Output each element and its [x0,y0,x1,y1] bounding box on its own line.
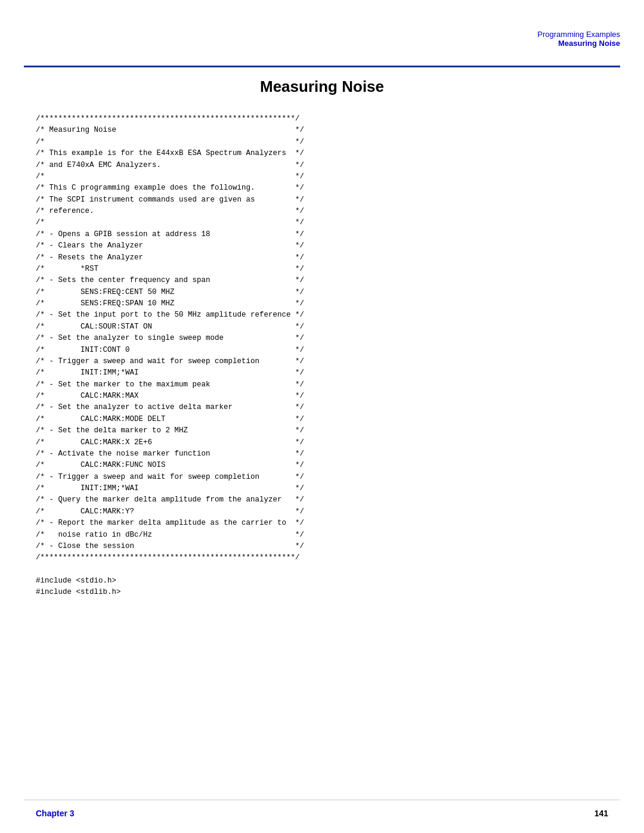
top-rule [24,66,620,67]
breadcrumb-top: Programming Examples [537,30,620,39]
page-title: Measuring Noise [0,78,644,96]
breadcrumb: Programming Examples Measuring Noise [537,30,620,48]
footer-page-number: 141 [595,809,608,818]
breadcrumb-current: Measuring Noise [537,39,620,48]
footer-rule [24,800,620,800]
footer: Chapter 3 141 [0,809,644,818]
footer-chapter-label: Chapter 3 [36,809,75,818]
code-block: /***************************************… [36,113,608,599]
